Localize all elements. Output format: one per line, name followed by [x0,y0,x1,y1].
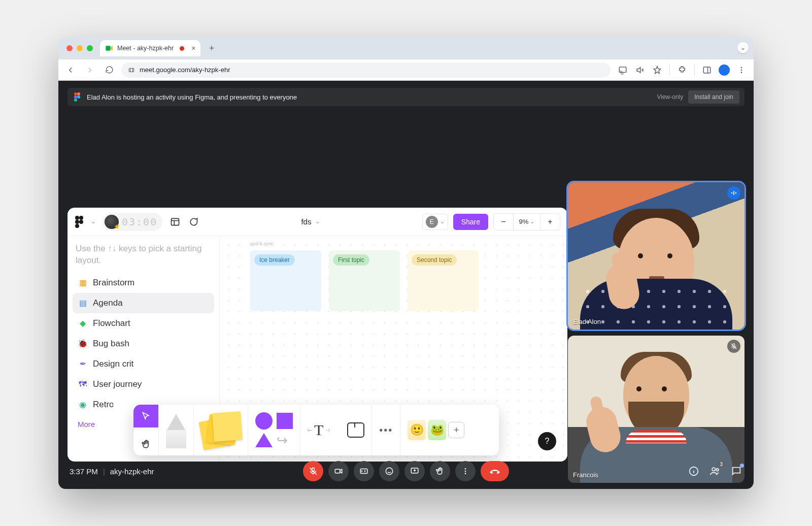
comment-icon[interactable] [188,216,199,227]
participant-tiles: Elad Alon Francois [568,182,745,483]
sidebar-item-user-journey[interactable]: 🗺User journey [73,374,214,394]
hand-tool[interactable] [133,433,158,455]
mute-tab-icon[interactable] [633,63,647,77]
sticker-tool[interactable]: 🙂 🐸 + [408,420,464,440]
shape-tool[interactable]: ↪ [248,405,300,455]
zoom-value[interactable]: 9%⌄ [514,214,540,230]
svg-point-5 [741,69,742,71]
reload-button[interactable] [102,63,116,77]
sticker-face-icon: 🙂 [408,420,426,440]
svg-point-15 [79,220,83,224]
shapes-icon: ↪ [255,412,293,448]
presence-avatar[interactable]: E ⌄ [422,214,448,230]
add-sticker-button[interactable]: + [448,422,464,438]
back-button[interactable] [63,63,78,77]
svg-rect-20 [735,192,736,194]
section-tool[interactable] [347,422,364,438]
pencil-icon [166,412,186,448]
sidebar-item-bug-bash[interactable]: 🐞Bug bash [73,334,214,354]
reactions-button[interactable] [379,461,399,481]
sidebar-item-agenda[interactable]: ▤Agenda [73,293,214,313]
window-controls[interactable] [66,45,93,51]
zoom-controls: − 9%⌄ + [493,213,560,231]
marker-tool[interactable] [159,405,194,455]
zoom-out-button[interactable]: − [494,214,513,230]
sticky-icon [201,412,241,448]
svg-point-28 [465,471,466,472]
figma-logo-icon[interactable] [75,216,84,228]
leave-call-button[interactable] [481,461,509,481]
svg-rect-17 [172,218,179,225]
svg-point-31 [712,468,715,471]
recording-indicator-icon [180,46,184,51]
canvas-title: quick sync [250,240,274,246]
svg-point-13 [79,216,83,220]
bookmark-icon[interactable] [650,63,664,77]
banner-text: Elad Alon is hosting an activity using F… [87,93,297,101]
sticky-note-tool[interactable] [194,405,248,455]
presence-chevron-icon[interactable]: ⌄ [440,218,445,225]
meet-bottom-bar: 3:37 PM | aky-hzpk-ehr 3 [58,453,754,489]
canvas-card-ice-breaker[interactable]: Ice breaker [250,250,321,311]
extensions-icon[interactable] [675,63,689,77]
close-window[interactable] [66,45,73,51]
maximize-window[interactable] [87,45,93,51]
video-tile-elad[interactable]: Elad Alon [568,182,745,330]
camera-toggle-button[interactable] [328,461,349,481]
canvas-card-first-topic[interactable]: First topic [329,250,400,311]
svg-point-7 [74,92,77,95]
install-and-join-button[interactable]: Install and join [688,90,739,104]
avatar-initial: E [426,216,438,228]
close-tab-icon[interactable]: × [191,44,195,52]
raise-hand-button[interactable] [430,461,450,481]
speaking-indicator-icon [727,186,740,200]
file-title[interactable]: fds ⌄ [301,217,320,226]
muted-indicator-icon [727,340,740,353]
svg-point-12 [75,216,79,220]
side-panel-icon[interactable] [700,63,714,77]
sidebar-item-flowchart[interactable]: ◆Flowchart [73,313,214,334]
text-tool[interactable]: ⊢T⊣ [308,421,330,439]
sidebar-item-brainstorm[interactable]: ▦Brainstorm [73,273,214,293]
more-tools-button[interactable]: ••• [372,405,400,455]
chat-button[interactable] [730,465,742,477]
canvas-card-second-topic[interactable]: Second topic [408,250,479,311]
tab-overflow-button[interactable]: ⌄ [737,42,749,53]
select-tool[interactable] [133,405,158,428]
retro-icon: ◉ [78,400,88,410]
chrome-menu-icon[interactable] [734,63,749,77]
svg-point-8 [77,92,80,95]
main-menu-chevron-icon[interactable]: ⌄ [91,218,95,225]
more-options-button[interactable] [455,461,476,481]
figma-icon [73,92,82,102]
captions-button[interactable] [354,461,374,481]
timer-widget[interactable]: ★ 03:00 [103,213,162,231]
meet-favicon-icon [105,44,113,52]
file-menu-chevron-icon[interactable]: ⌄ [315,218,320,225]
zoom-in-button[interactable]: + [540,214,560,230]
minimize-window[interactable] [77,45,83,51]
people-button[interactable]: 3 [709,465,721,477]
meeting-details-button[interactable] [688,465,700,477]
sidebar-item-design-crit[interactable]: ✒Design crit [73,354,214,374]
share-button[interactable]: Share [453,214,488,230]
figma-toolbar: ⌄ ★ 03:00 fds ⌄ E ⌄ Share [67,208,567,236]
site-info-icon[interactable] [127,66,136,74]
forward-button[interactable] [83,63,97,77]
browser-tab[interactable]: Meet - aky-hzpk-ehr × [100,40,200,56]
figma-presentation: ⌄ ★ 03:00 fds ⌄ E ⌄ Share [67,208,567,462]
profile-button[interactable] [717,63,731,77]
present-button[interactable] [404,461,425,481]
help-button[interactable]: ? [538,432,556,450]
map-icon: 🗺 [78,379,88,389]
layout-icon[interactable] [170,216,181,227]
svg-point-10 [77,95,80,98]
svg-point-6 [741,72,742,73]
meet-content: Elad Alon is hosting an activity using F… [58,81,754,489]
address-bar[interactable]: meet.google.com/aky-hzpk-ehr [121,62,611,78]
timer-icon: ★ [105,215,119,229]
new-tab-button[interactable]: + [205,41,219,55]
mic-toggle-button[interactable] [303,461,323,481]
svg-point-11 [74,98,77,102]
cast-icon[interactable] [616,63,630,77]
